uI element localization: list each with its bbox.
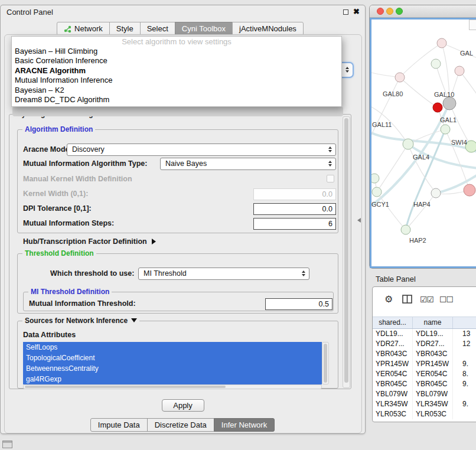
dpi-tolerance-label: DPI Tolerance [0,1]: — [23, 204, 92, 213]
table-cell: YDL19... — [373, 329, 413, 339]
tab-discretize-data[interactable]: Discretize Data — [147, 418, 214, 432]
column-header-shared-name[interactable]: shared... — [373, 317, 413, 328]
table-cell: YBR043C — [413, 349, 453, 359]
data-attribute-item[interactable]: TopologicalCoefficient — [23, 353, 322, 363]
apply-button[interactable]: Apply — [162, 399, 204, 412]
mi-threshold-field[interactable]: 0.5 — [265, 298, 332, 310]
network-view-window: GAL80GALGAL10GAL11GAL1SWI4GAL4GCY1HAP4HA… — [369, 5, 476, 269]
table-row[interactable]: YER054CYER054C8. — [373, 369, 476, 379]
hidden-panel-icon[interactable] — [2, 441, 12, 448]
table-cell — [453, 389, 476, 399]
settings-scrollbar[interactable] — [343, 116, 350, 388]
table-row[interactable]: YDL19...YDL19...13 — [373, 329, 476, 339]
table-cell: 12 — [453, 339, 476, 349]
table-row[interactable]: YBR043CYBR043C — [373, 349, 476, 359]
table-cell — [453, 409, 476, 419]
column-header-name[interactable]: name — [413, 317, 453, 328]
table-cell: YBR045C — [413, 379, 453, 389]
algorithm-option[interactable]: ARACNE Algorithm — [12, 66, 341, 76]
network-node[interactable] — [443, 97, 456, 110]
algorithm-dropdown-list: Bayesian – Hill ClimbingBasic Correlatio… — [12, 47, 341, 105]
aracne-mode-dropdown[interactable]: Discovery — [67, 144, 336, 156]
algorithm-option[interactable]: Bayesian – Hill Climbing — [12, 47, 341, 56]
mi-steps-field[interactable]: 6 — [253, 218, 336, 230]
tab-style[interactable]: Style — [109, 22, 141, 35]
table-row[interactable]: YLR345WYLR345W9. — [373, 399, 476, 409]
network-node[interactable] — [395, 73, 405, 82]
dpi-tolerance-field[interactable]: 0.0 — [253, 203, 336, 215]
zoom-traffic-light[interactable] — [396, 8, 403, 15]
minimize-traffic-light[interactable] — [386, 8, 393, 15]
table-cell: YBL079W — [413, 389, 453, 399]
data-attribute-item[interactable]: gal4RGexp — [23, 374, 322, 384]
network-node[interactable] — [437, 38, 446, 48]
node-label: GAL80 — [383, 90, 403, 97]
sources-toggle[interactable]: Sources for Network Inference — [22, 317, 139, 325]
data-attributes-list: SelfLoopsTopologicalCoefficientBetweenne… — [23, 342, 322, 384]
column-header-extra[interactable] — [453, 317, 476, 328]
list-horizontal-scrollbar[interactable] — [23, 384, 322, 389]
float-window-icon[interactable] — [343, 9, 348, 15]
columns-icon[interactable] — [402, 295, 413, 304]
algorithm-option[interactable]: Basic Correlation Inference — [12, 56, 341, 66]
network-node[interactable] — [401, 225, 410, 234]
table-row[interactable]: YBR045CYBR045C9. — [373, 379, 476, 389]
network-node[interactable] — [431, 59, 441, 69]
tab-infer-network[interactable]: Infer Network — [214, 418, 275, 432]
table-cell: YDR27... — [373, 339, 413, 349]
network-node[interactable] — [371, 174, 379, 183]
table-header: shared... name — [373, 317, 476, 329]
panel-collapse-arrow-icon[interactable] — [357, 218, 361, 223]
algorithm-option[interactable]: Bayesian – K2 — [12, 86, 341, 95]
node-label: GAL11 — [372, 121, 392, 128]
mi-type-label: Mutual Information Algorithm Type: — [23, 159, 147, 168]
up-arrow-icon — [328, 161, 332, 163]
network-node[interactable] — [464, 184, 475, 196]
algorithm-dropdown-popup: Select algorithm to view settings Bayesi… — [11, 36, 342, 107]
close-icon[interactable]: ✖ — [353, 7, 360, 16]
table-cell: YBL079W — [373, 389, 413, 399]
tab-impute-data[interactable]: Impute Data — [90, 418, 148, 432]
table-cell: YLR053C — [373, 409, 413, 419]
algorithm-option[interactable]: Mutual Information Inference — [12, 76, 341, 85]
which-threshold-dropdown[interactable]: MI Threshold — [138, 268, 309, 280]
network-node[interactable] — [455, 66, 464, 76]
table-cell: YPR145W — [413, 359, 453, 369]
list-vertical-scrollbar[interactable] — [322, 342, 329, 384]
network-canvas[interactable]: GAL80GALGAL10GAL11GAL1SWI4GAL4GCY1HAP4HA… — [370, 18, 476, 268]
up-arrow-icon — [302, 270, 305, 273]
down-arrow-icon — [302, 274, 305, 276]
tab-cyni-toolbox[interactable]: Cyni Toolbox — [175, 22, 233, 35]
network-node[interactable] — [431, 188, 441, 198]
close-traffic-light[interactable] — [377, 8, 384, 15]
top-tab-bar: Network Style Select Cyni Toolbox jActiv… — [1, 22, 360, 35]
data-attributes-label: Data Attributes — [23, 331, 76, 339]
table-body: YDL19...YDL19...13YDR27...YDR27...12YBR0… — [373, 329, 476, 422]
gear-icon[interactable]: ⚙ — [384, 295, 393, 304]
group-title: Threshold Definition — [22, 249, 96, 257]
mi-type-dropdown[interactable]: Naive Bayes — [160, 158, 336, 170]
table-row[interactable]: YLR053CYLR053C — [373, 409, 476, 419]
data-attribute-item[interactable]: SelfLoops — [23, 342, 322, 353]
table-cell: YLR345W — [373, 399, 413, 409]
data-attribute-item[interactable]: BetweennessCentrality — [23, 363, 322, 374]
table-row[interactable]: YPR145WYPR145W9. — [373, 359, 476, 369]
network-node[interactable] — [441, 125, 450, 134]
tab-select[interactable]: Select — [140, 22, 175, 35]
table-cell: YDR27... — [413, 339, 453, 349]
tab-network[interactable]: Network — [57, 22, 110, 35]
algorithm-option[interactable]: Dream8 DC_TDC Algorithm — [12, 95, 341, 105]
hub-section-toggle[interactable]: Hub/Transcription Factor Definition — [23, 237, 156, 246]
node-label: GAL4 — [413, 154, 429, 161]
select-all-checkboxes-icon[interactable]: ☑☑ — [420, 295, 433, 304]
deselect-all-checkboxes-icon[interactable]: ☐☐ — [439, 295, 453, 304]
collapse-right-icon — [152, 239, 156, 244]
network-node[interactable] — [433, 103, 442, 112]
table-row[interactable]: YDR27...YDR27...12 — [373, 339, 476, 349]
tab-jactivemodules[interactable]: jActiveMNodules — [232, 22, 304, 35]
table-row[interactable]: YBL079WYBL079W — [373, 389, 476, 399]
network-node[interactable] — [403, 139, 413, 149]
manual-kernel-label: Manual Kernel Width Definition — [23, 175, 132, 183]
network-node[interactable] — [372, 187, 382, 197]
network-scrollbar-corner[interactable] — [469, 19, 476, 30]
